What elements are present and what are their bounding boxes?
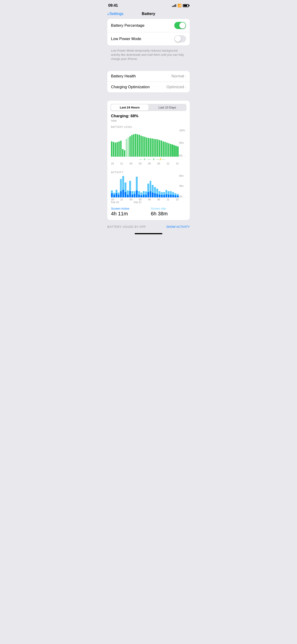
section-gap-1 xyxy=(107,64,190,71)
activity-bar-group-22 xyxy=(161,192,163,198)
charging-info: Charging: 68% now xyxy=(107,111,190,123)
act-bar-bot-25 xyxy=(168,195,170,198)
activity-bar-group-5 xyxy=(122,176,124,198)
act-bar-bot-14 xyxy=(143,195,144,198)
activity-bar-group-20 xyxy=(156,189,158,198)
act-x-label-00: 00 xyxy=(130,198,132,201)
act-bar-top-21 xyxy=(159,191,160,195)
activity-bar-group-7 xyxy=(127,190,129,198)
toggle-knob-2 xyxy=(175,36,181,42)
low-power-description: Low Power Mode temporarily reduces backg… xyxy=(107,47,190,64)
tab-last-24-hours[interactable]: Last 24 Hours xyxy=(111,104,148,110)
battery-bar-10 xyxy=(130,136,131,156)
act-bar-bot-9 xyxy=(132,195,133,198)
activity-bar-group-16 xyxy=(147,184,149,198)
act-bar-top-1 xyxy=(113,193,115,195)
activity-bar-group-29 xyxy=(177,194,179,198)
act-x-label-21: 21 xyxy=(120,198,123,201)
usage-header: BATTERY USAGE BY APP SHOW ACTIVITY xyxy=(104,222,194,231)
show-activity-button[interactable]: SHOW ACTIVITY xyxy=(166,225,190,228)
activity-bar-group-17 xyxy=(150,181,152,198)
chevron-right-icon-2: › xyxy=(185,85,186,89)
screen-idle-label: Screen Idle xyxy=(151,207,186,210)
act-bar-bot-22 xyxy=(161,195,163,198)
y-act-label-60: 60m xyxy=(179,174,186,177)
act-bar-top-17 xyxy=(150,181,152,191)
screen-idle-value: 6h 38m xyxy=(151,211,186,217)
screen-active-stat: Screen Active 4h 11m xyxy=(111,207,146,217)
battery-health-row[interactable]: Battery Health Normal › xyxy=(107,71,190,82)
activity-bar-group-14 xyxy=(143,191,144,198)
screen-idle-stat: Screen Idle 6h 38m xyxy=(151,207,186,217)
low-power-mode-row: Low Power Mode xyxy=(107,32,190,45)
charging-title: Charging: 68% xyxy=(111,114,186,118)
battery-settings-card: Battery Percentage Low Power Mode xyxy=(107,19,190,45)
battery-bar-1 xyxy=(113,142,114,156)
act-bar-top-10 xyxy=(134,191,136,194)
battery-bar-30 xyxy=(166,142,168,156)
battery-percentage-toggle[interactable] xyxy=(174,22,186,29)
screen-active-value: 4h 11m xyxy=(111,211,146,217)
act-bar-top-28 xyxy=(174,193,176,195)
section-gap-2 xyxy=(107,94,190,101)
act-bar-top-11 xyxy=(136,177,138,190)
battery-bar-21 xyxy=(150,138,151,156)
y-label-100: 100% xyxy=(179,129,186,132)
battery-bar-3 xyxy=(116,142,118,156)
x-label-12: 12 xyxy=(167,162,170,165)
x-label-18: 18 xyxy=(111,162,114,165)
act-bar-bot-3 xyxy=(118,195,120,198)
status-time: 09:41 xyxy=(108,3,118,8)
battery-bar-7 xyxy=(124,150,125,156)
act-bar-top-18 xyxy=(152,185,154,192)
charging-icon-4: ⏸ xyxy=(152,158,155,161)
battery-bar-14 xyxy=(137,134,138,156)
battery-bar-0 xyxy=(111,142,112,156)
act-bar-top-7 xyxy=(127,190,129,195)
act-bar-bot-5 xyxy=(122,190,124,198)
act-bar-top-15 xyxy=(145,192,147,195)
content: Battery Percentage Low Power Mode Low Po… xyxy=(104,19,194,220)
act-bar-bot-0 xyxy=(111,193,113,198)
act-bar-top-6 xyxy=(124,182,126,192)
x-label-09: 09 xyxy=(157,162,160,165)
activity-chart-label: ACTIVITY xyxy=(111,171,186,174)
battery-bar-19 xyxy=(146,138,147,156)
activity-bar-group-6 xyxy=(124,182,126,198)
activity-bar-group-10 xyxy=(134,191,136,198)
battery-bar-6 xyxy=(122,149,124,156)
act-bar-top-26 xyxy=(170,191,172,195)
back-chevron-icon: ‹ xyxy=(107,12,109,16)
activity-bar-group-8 xyxy=(129,181,131,198)
y-label-0: 0% xyxy=(179,154,186,157)
charging-icon-5: —⚡— xyxy=(156,158,164,161)
act-bar-bot-18 xyxy=(152,192,154,198)
charging-optimization-row[interactable]: Charging Optimization Optimized › xyxy=(107,82,190,92)
battery-bar-29 xyxy=(164,142,166,156)
battery-bar-5 xyxy=(120,141,122,156)
home-indicator xyxy=(104,231,194,236)
act-bar-top-4 xyxy=(120,179,122,191)
charging-optimization-label: Charging Optimization xyxy=(111,85,150,89)
stats-row: Screen Active 4h 11m Screen Idle 6h 38m xyxy=(107,204,190,220)
y-axis-activity: 60m 30m 0m xyxy=(179,174,186,198)
act-bar-bot-29 xyxy=(177,196,179,198)
act-bar-bot-19 xyxy=(154,193,156,198)
act-bar-top-27 xyxy=(172,192,174,195)
battery-health-label: Battery Health xyxy=(111,74,136,78)
battery-bar-34 xyxy=(173,145,175,156)
act-bar-top-22 xyxy=(161,192,163,195)
activity-bar-group-1 xyxy=(113,193,115,198)
back-button[interactable]: ‹ Settings xyxy=(107,12,124,16)
low-power-mode-toggle[interactable] xyxy=(174,35,186,42)
battery-percentage-row: Battery Percentage xyxy=(107,19,190,32)
act-bar-bot-26 xyxy=(170,195,172,198)
battery-bar-12 xyxy=(133,134,134,156)
chevron-right-icon: › xyxy=(185,74,186,78)
battery-bar-2 xyxy=(115,142,116,156)
battery-bar-33 xyxy=(172,144,173,156)
activity-bar-group-23 xyxy=(163,192,165,198)
tab-last-10-days[interactable]: Last 10 Days xyxy=(148,104,186,110)
battery-health-value: Normal › xyxy=(172,74,186,78)
x-label-03: 03 xyxy=(139,162,142,165)
